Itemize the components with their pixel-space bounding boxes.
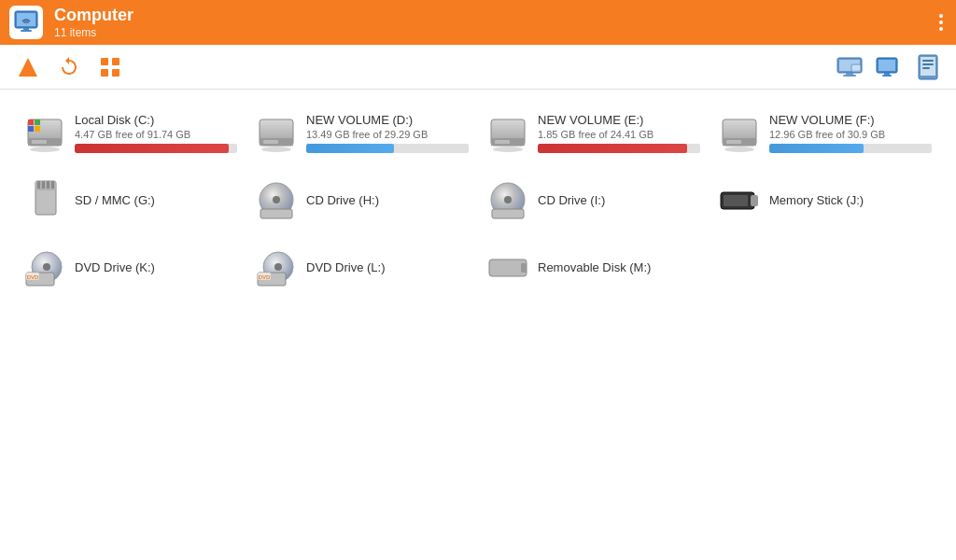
menu-dot-2 — [939, 21, 943, 24]
drive-name: Removable Disk (M:) — [538, 260, 700, 274]
svg-point-2 — [25, 23, 27, 25]
drive-item[interactable]: Removable Disk (M:) — [478, 233, 710, 301]
svg-rect-50 — [51, 181, 54, 189]
grid-icon — [100, 57, 120, 77]
svg-rect-12 — [846, 73, 853, 75]
svg-rect-15 — [852, 65, 860, 70]
drive-item[interactable]: NEW VOLUME (E:)1.85 GB free of 24.41 GB — [478, 99, 710, 166]
svg-rect-53 — [260, 209, 292, 218]
drive-item[interactable]: NEW VOLUME (F:)12.96 GB free of 30.9 GB — [710, 99, 941, 166]
drive-info: SD / MMC (G:) — [75, 193, 237, 207]
header-menu-button[interactable] — [935, 10, 947, 35]
toolbar-right-icons — [833, 50, 945, 84]
svg-point-61 — [43, 263, 50, 271]
svg-rect-58 — [751, 195, 758, 206]
drive-icon — [256, 112, 297, 153]
drive-info: Removable Disk (M:) — [538, 260, 700, 274]
drive-name: NEW VOLUME (D:) — [306, 113, 469, 127]
drive-bar — [538, 144, 687, 153]
menu-dot-3 — [939, 27, 943, 31]
svg-rect-19 — [882, 75, 892, 77]
up-button[interactable] — [11, 50, 45, 84]
drive-bar-container — [769, 144, 932, 153]
svg-rect-40 — [495, 140, 510, 144]
svg-rect-3 — [23, 28, 29, 30]
svg-rect-47 — [37, 181, 40, 189]
computer-icon-svg — [13, 9, 39, 35]
drive-name: Local Disk (C:) — [75, 113, 237, 127]
drive-item[interactable]: CD Drive (I:) — [478, 166, 710, 233]
svg-rect-44 — [726, 140, 741, 144]
grid-view-button[interactable] — [93, 50, 127, 84]
drive-item[interactable]: SD / MMC (G:) — [15, 166, 246, 233]
drive-storage: 1.85 GB free of 24.41 GB — [538, 129, 700, 140]
drive-icon — [487, 112, 528, 153]
svg-rect-56 — [492, 209, 524, 218]
drive-bar — [769, 144, 864, 153]
svg-rect-23 — [922, 63, 934, 65]
drive-name: NEW VOLUME (E:) — [538, 113, 700, 127]
drive-bar — [75, 144, 229, 153]
drive-item[interactable]: DVDDVD Drive (L:) — [246, 233, 478, 301]
drive-item[interactable]: Local Disk (C:)4.47 GB free of 91.74 GB — [15, 99, 246, 166]
drive-name: SD / MMC (G:) — [75, 193, 237, 207]
drive-info: Local Disk (C:)4.47 GB free of 91.74 GB — [75, 113, 237, 153]
drive-icon — [487, 246, 528, 287]
drive-storage: 4.47 GB free of 91.74 GB — [75, 129, 237, 140]
svg-text:DVD: DVD — [259, 274, 271, 280]
bookmarks-button[interactable] — [911, 50, 945, 84]
svg-rect-6 — [101, 58, 108, 65]
refresh-button[interactable] — [52, 50, 86, 84]
drive-icon — [256, 179, 297, 220]
app-icon — [9, 6, 43, 39]
svg-rect-30 — [35, 119, 40, 125]
drive-info: DVD Drive (K:) — [75, 260, 237, 274]
drive-item[interactable]: DVDDVD Drive (K:) — [15, 233, 246, 301]
svg-rect-31 — [28, 126, 34, 132]
header-subtitle: 11 items — [54, 26, 924, 39]
svg-rect-49 — [47, 181, 49, 189]
drive-icon — [487, 179, 528, 220]
svg-point-52 — [273, 196, 280, 203]
drive-item[interactable]: NEW VOLUME (D:)13.49 GB free of 29.29 GB — [246, 99, 478, 166]
drive-name: DVD Drive (L:) — [306, 260, 469, 274]
svg-rect-9 — [112, 69, 120, 77]
bookmarks-icon — [918, 54, 938, 80]
svg-rect-48 — [42, 181, 45, 189]
svg-rect-22 — [922, 60, 934, 62]
network-icon — [836, 57, 863, 77]
drive-name: Memory Stick (J:) — [769, 193, 932, 207]
drive-info: NEW VOLUME (D:)13.49 GB free of 29.29 GB — [306, 113, 469, 153]
toolbar — [0, 45, 956, 90]
drive-item[interactable]: CD Drive (H:) — [246, 166, 478, 233]
app-header: Computer 11 items — [0, 0, 956, 45]
svg-text:DVD: DVD — [27, 274, 39, 280]
drive-info: CD Drive (I:) — [538, 193, 700, 207]
svg-point-55 — [504, 196, 512, 203]
network-button[interactable] — [833, 50, 866, 84]
svg-marker-5 — [19, 58, 37, 77]
svg-rect-24 — [922, 67, 930, 69]
main-content: Local Disk (C:)4.47 GB free of 91.74 GBN… — [0, 90, 956, 560]
svg-rect-59 — [724, 195, 748, 206]
svg-rect-28 — [32, 140, 47, 144]
svg-point-41 — [724, 147, 754, 152]
drive-storage: 13.49 GB free of 29.29 GB — [306, 129, 469, 140]
computer-toolbar-icon — [876, 57, 902, 77]
svg-point-37 — [493, 147, 523, 152]
header-text: Computer 11 items — [54, 6, 924, 39]
drive-bar — [306, 144, 394, 153]
svg-rect-32 — [35, 126, 40, 132]
computer-button[interactable] — [872, 50, 906, 84]
svg-rect-29 — [28, 119, 34, 125]
drive-icon — [719, 179, 760, 220]
drive-item[interactable]: Memory Stick (J:) — [710, 166, 941, 233]
svg-point-66 — [274, 263, 282, 271]
up-icon — [17, 56, 39, 78]
svg-point-33 — [261, 147, 291, 152]
svg-rect-8 — [101, 69, 108, 77]
drive-storage: 12.96 GB free of 30.9 GB — [769, 129, 932, 140]
svg-rect-7 — [112, 58, 120, 65]
drive-grid: Local Disk (C:)4.47 GB free of 91.74 GBN… — [15, 99, 941, 301]
drive-name: CD Drive (H:) — [306, 193, 469, 207]
